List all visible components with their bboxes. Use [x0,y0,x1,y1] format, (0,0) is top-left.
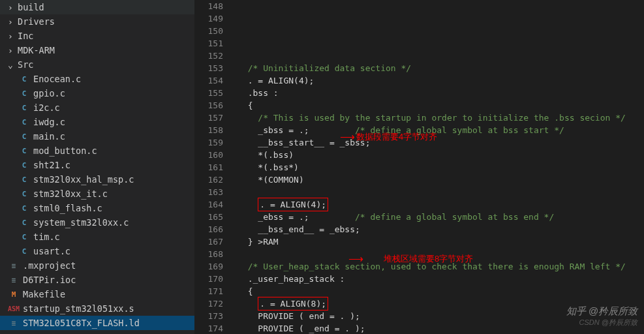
c-file-icon: C [18,104,30,112]
code-editor[interactable]: 1481491501511521531541551561571581591601… [194,0,644,334]
file-explorer-sidebar[interactable]: ›build›Drivers›Inc›MDK-ARM⌄SrcCEnocean.c… [0,0,194,334]
line-number: 166 [194,223,223,235]
code-line[interactable]: __bss_end__ = _ebss; [238,223,644,235]
folder-item-src[interactable]: ⌄Src [0,57,194,72]
tree-item-label: Inc [18,31,33,41]
line-number: 171 [194,285,223,297]
tree-item-label: Enocean.c [33,74,81,84]
tree-item-label: iwdg.c [33,117,65,127]
tree-item-label: startup_stm32l051xx.s [23,303,134,314]
folder-item-mdk-arm[interactable]: ›MDK-ARM [0,43,194,57]
chevron-down-icon: ⌄ [8,60,16,70]
tree-item-label: tim.c [33,232,60,242]
code-line[interactable]: { [238,285,644,297]
watermark-sub: CSDN @矜辰所致 [566,318,637,327]
c-file-icon: C [18,118,30,127]
file-item-i2c.c[interactable]: Ci2c.c [0,100,194,115]
code-line[interactable]: . = ALIGN(4); [238,198,644,211]
file-item-main.c[interactable]: Cmain.c [0,129,194,144]
code-line[interactable]: *(COMMON) [238,174,644,186]
tree-item-label: main.c [33,131,65,142]
file-item-stm32l0xx_hal_msp.c[interactable]: Cstm32l0xx_hal_msp.c [0,172,194,187]
c-file-icon: C [18,233,30,241]
code-line[interactable]: . = ALIGN(4); [238,74,644,87]
file-item-.mxproject[interactable]: ≡.mxproject [0,258,194,273]
file-item-usart.c[interactable]: Cusart.c [0,244,194,258]
line-number-gutter: 1481491501511521531541551561571581591601… [194,0,238,334]
c-file-icon: C [18,147,30,155]
file-item-tim.c[interactable]: Ctim.c [0,230,194,244]
code-line[interactable]: _sbss = .; /* define a global symbol at … [238,124,644,136]
arrow-right-icon: ⟶ [340,130,355,143]
asm-file-icon: ASM [8,305,20,312]
code-line[interactable]: { [238,99,644,112]
file-item-D6TPir.ioc[interactable]: ≡D6TPir.ioc [0,273,194,287]
tree-item-label: STM32L051C8Tx_FLASH.ld [23,318,140,328]
line-number: 167 [194,235,223,248]
c-file-icon: C [18,219,30,227]
c-file-icon: C [18,89,30,98]
c-file-icon: C [18,75,30,84]
line-number: 152 [194,50,223,62]
annotation-stack-align: ⟶ 堆栈区域需要8字节对齐 [348,246,473,271]
line-number: 150 [194,25,223,37]
tree-item-label: i2c.c [33,102,60,113]
chevron-right-icon: › [8,31,16,41]
line-number: 173 [194,310,223,322]
file-item-Enocean.c[interactable]: CEnocean.c [0,72,194,86]
chevron-right-icon: › [8,17,16,27]
tree-item-label: stm32l0xx_it.c [33,189,108,199]
line-number: 159 [194,136,223,149]
file-item-sht21.c[interactable]: Csht21.c [0,158,194,172]
code-line[interactable]: _ebss = .; /* define a global symbol at … [238,211,644,223]
line-number: 172 [194,297,223,310]
arrow-right-icon: ⟶ [348,252,363,265]
file-item-system_stm32l0xx.c[interactable]: Csystem_stm32l0xx.c [0,215,194,230]
line-number: 151 [194,37,223,50]
tree-item-label: stml0_flash.c [33,203,102,213]
code-content[interactable]: ⟶ 数据段需要4字节对齐 ⟶ 堆栈区域需要8字节对齐 /* Uninitiali… [238,0,644,334]
line-number: 156 [194,99,223,112]
line-number: 158 [194,124,223,136]
c-file-icon: C [18,161,30,170]
c-file-icon: C [18,190,30,198]
line-number: 174 [194,322,223,334]
line-number: 168 [194,248,223,260]
watermark-main: 知乎 @矜辰所致 [566,305,637,318]
code-line[interactable]: *(.bss*) [238,161,644,174]
line-number: 169 [194,260,223,273]
file-item-gpio.c[interactable]: Cgpio.c [0,86,194,100]
folder-item-build[interactable]: ›build [0,0,194,14]
code-line[interactable]: /* Uninitialized data section */ [238,62,644,74]
line-number: 149 [194,12,223,25]
tree-item-label: gpio.c [33,88,65,99]
file-item-Makefile[interactable]: MMakefile [0,287,194,301]
cfg-file-icon: ≡ [8,262,20,270]
file-item-stm32l0xx_it.c[interactable]: Cstm32l0xx_it.c [0,187,194,201]
tree-item-label: sht21.c [33,160,70,170]
file-item-stml0_flash.c[interactable]: Cstml0_flash.c [0,201,194,215]
code-line[interactable] [238,186,644,198]
code-line[interactable]: __bss_start__ = _sbss; [238,136,644,149]
code-line[interactable]: .bss : [238,87,644,99]
line-number: 170 [194,273,223,285]
folder-item-drivers[interactable]: ›Drivers [0,14,194,29]
folder-item-inc[interactable]: ›Inc [0,29,194,43]
code-line[interactable]: /* This is used by the startup in order … [238,112,644,124]
file-item-STM32L051C8Tx_FLASH.ld[interactable]: ≡STM32L051C8Tx_FLASH.ld [0,316,194,330]
code-line[interactable] [238,50,644,62]
c-file-icon: C [18,247,30,256]
tree-item-label: mod_button.c [33,145,97,156]
line-number: 153 [194,62,223,74]
file-item-iwdg.c[interactable]: Ciwdg.c [0,115,194,129]
line-number: 161 [194,161,223,174]
code-line[interactable]: ._user_heap_stack : [238,273,644,285]
file-item-startup_stm32l051xx.s[interactable]: ASMstartup_stm32l051xx.s [0,301,194,316]
tree-item-label: build [18,2,44,12]
tree-item-label: Makefile [23,289,65,299]
file-item-mod_button.c[interactable]: Cmod_button.c [0,144,194,158]
tree-item-label: stm32l0xx_hal_msp.c [33,174,134,185]
tree-item-label: Src [18,59,33,70]
code-line[interactable]: *(.bss) [238,149,644,161]
line-number: 165 [194,211,223,223]
